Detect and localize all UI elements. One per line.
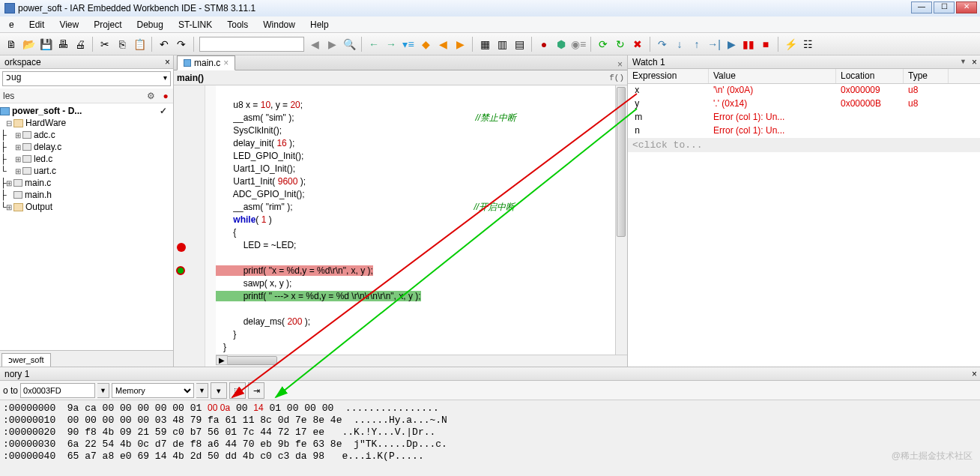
new-file-icon[interactable]: 🗎 [3, 36, 19, 52]
toggle-bp-icon[interactable]: ● [536, 36, 552, 52]
redo-icon[interactable]: ↷ [173, 36, 190, 52]
function-picker-icon[interactable]: f() [609, 73, 624, 82]
trace-icon[interactable]: ⚡ [782, 36, 799, 52]
save-all-icon[interactable]: 🖶 [55, 36, 71, 52]
watch-close-icon[interactable]: × [972, 57, 977, 67]
save-icon[interactable]: 💾 [37, 36, 54, 52]
find-icon[interactable]: 🔍 [341, 36, 357, 52]
workspace-tab[interactable]: ɔwer_soft [1, 353, 51, 367]
watermark: @稀土掘金技术社区 [892, 450, 973, 463]
memory-format-icon[interactable]: ▾ [211, 382, 227, 399]
watch-col-value[interactable]: Value [709, 69, 836, 83]
timeline-icon[interactable]: ☷ [799, 36, 816, 52]
print-icon[interactable]: 🖨 [72, 36, 88, 52]
file-led[interactable]: led.c [34, 154, 52, 164]
run-to-cursor-icon[interactable]: →| [706, 36, 722, 52]
build-all-icon[interactable]: ⬢ [553, 36, 569, 52]
config-dropdown[interactable]: ɔug [2, 71, 171, 86]
editor-scrollbar-horizontal[interactable]: ◀▶ [216, 355, 627, 367]
menu-window[interactable]: Window [255, 17, 303, 32]
break-icon[interactable]: ▮▮ [740, 36, 757, 52]
memory-region-select[interactable]: Memory [112, 383, 194, 398]
watch-row[interactable]: y'.' (0x14)0x00000Bu8 [628, 97, 980, 111]
workspace-close-icon[interactable]: × [165, 57, 170, 67]
paste-icon[interactable]: 📋 [131, 36, 148, 52]
step-into-icon[interactable]: ↓ [671, 36, 688, 52]
stop-debug-icon[interactable]: ✖ [629, 36, 646, 52]
file-main-h[interactable]: main.h [25, 190, 52, 200]
editor-tab[interactable]: main.c× [177, 55, 235, 70]
watch-row[interactable]: x'\n' (0x0A)0x000009u8 [628, 84, 980, 97]
memory-goto-label: o to [3, 385, 18, 396]
rebuild-icon[interactable]: ◉≡ [570, 36, 587, 52]
search-input[interactable] [199, 37, 304, 52]
watch-col-type[interactable]: Type [904, 69, 949, 83]
restart-icon[interactable]: ↻ [612, 36, 629, 52]
download-icon[interactable]: ⟳ [595, 36, 611, 52]
compile-icon[interactable]: ▦ [477, 36, 493, 52]
find-next-icon[interactable]: ▶ [324, 36, 340, 52]
project-icon [0, 107, 10, 115]
watch-row[interactable]: mError (col 1): Un... [628, 111, 980, 124]
toggle-bookmark-icon[interactable]: ◆ [417, 36, 434, 52]
memory-save-icon[interactable]: ⇥ [248, 382, 264, 399]
menu-edit[interactable]: Edit [22, 17, 52, 32]
maximize-button[interactable]: ☐ [934, 1, 955, 13]
app-icon [4, 3, 15, 13]
window-title-bar: power_soft - IAR Embedded Workbench IDE … [0, 0, 980, 16]
build-icon[interactable]: ▤ [511, 36, 527, 52]
region-dropdown-icon[interactable]: ▼ [196, 383, 208, 398]
undo-icon[interactable]: ↶ [156, 36, 172, 52]
nav-fwd-icon[interactable]: → [383, 36, 399, 52]
memory-goto-input[interactable] [20, 383, 95, 398]
watch-col-expression[interactable]: Expression [628, 69, 709, 83]
watch-col-location[interactable]: Location [836, 69, 904, 83]
next-bookmark-icon[interactable]: ▶ [452, 36, 468, 52]
reset-icon[interactable]: ■ [757, 36, 774, 52]
gear-icon[interactable]: ⚙ [143, 91, 158, 101]
step-over-icon[interactable]: ↷ [654, 36, 671, 52]
hardware-folder[interactable]: HardWare [25, 118, 66, 128]
editor-scrollbar-vertical[interactable] [615, 85, 627, 355]
prev-bookmark-icon[interactable]: ◀ [435, 36, 451, 52]
breakpoint-icon[interactable] [177, 243, 186, 252]
watch-table[interactable]: Expression Value Location Type x'\n' (0x… [628, 69, 980, 367]
find-prev-icon[interactable]: ◀ [306, 36, 323, 52]
menu-file[interactable]: e [1, 17, 22, 32]
code-editor[interactable]: u8 x = 10, y = 20; __asm( "sim" ); //禁止中… [216, 87, 516, 354]
project-node[interactable]: power_soft - D... [12, 106, 82, 116]
menu-project[interactable]: Project [86, 17, 129, 32]
memory-refresh-icon[interactable]: ⬚ [229, 382, 246, 399]
watch-header: Watch 1 ▼ × [628, 55, 980, 69]
close-button[interactable]: ✕ [956, 1, 977, 13]
memory-hex-view[interactable]: :00000000 9a ca 00 00 00 00 00 01 00 0a … [0, 400, 980, 464]
file-delay[interactable]: delay.c [34, 142, 61, 152]
nav-back-icon[interactable]: ← [366, 36, 382, 52]
make-icon[interactable]: ▥ [494, 36, 510, 52]
cut-icon[interactable]: ✂ [97, 36, 113, 52]
go-icon[interactable]: ▶ [723, 36, 739, 52]
goto-dropdown-icon[interactable]: ▼ [97, 383, 109, 398]
open-file-icon[interactable]: 📂 [20, 36, 37, 52]
workspace-panel: orkspace × ɔug les ⚙ ● power_soft - D...… [0, 55, 174, 367]
file-adc[interactable]: adc.c [34, 130, 55, 140]
minimize-button[interactable]: — [911, 1, 932, 13]
memory-close-icon[interactable]: × [972, 369, 977, 379]
menu-tools[interactable]: Tools [220, 17, 255, 32]
output-folder[interactable]: Output [25, 202, 52, 212]
window-buttons: — ☐ ✕ [911, 1, 977, 13]
step-out-icon[interactable]: ↑ [689, 36, 705, 52]
function-nav[interactable]: main() [177, 73, 204, 83]
watch-dropdown-icon[interactable]: ▼ [960, 58, 967, 65]
menu-help[interactable]: Help [303, 17, 336, 32]
menu-view[interactable]: View [52, 17, 86, 32]
watch-row[interactable]: nError (col 1): Un... [628, 124, 980, 138]
watch-add-row[interactable]: <click to... [628, 138, 980, 152]
menu-stlink[interactable]: ST-LINK [171, 17, 220, 32]
file-uart[interactable]: uart.c [34, 166, 56, 176]
file-main-c[interactable]: main.c [25, 178, 51, 188]
menu-debug[interactable]: Debug [130, 17, 171, 32]
project-tree[interactable]: power_soft - D...✓ ⊟HardWare ├⊞adc.c ├⊞d… [0, 103, 173, 350]
bookmark-icon[interactable]: ▾≡ [400, 36, 417, 52]
copy-icon[interactable]: ⎘ [114, 36, 130, 52]
